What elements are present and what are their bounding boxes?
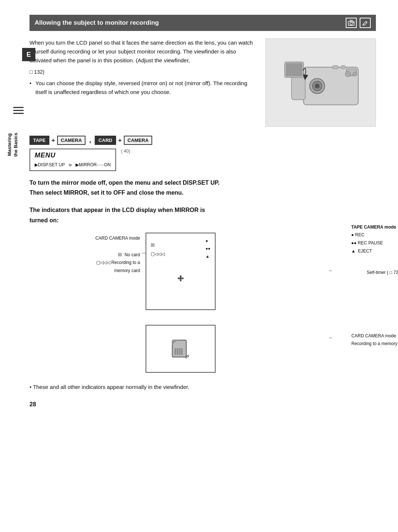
section-header: Allowing the subject to monitor recordin… xyxy=(29,15,376,31)
bullet-point: You can choose the display style, revers… xyxy=(29,79,254,97)
tape-indicator-eject: ▲ EJECT xyxy=(351,247,396,255)
svg-point-16 xyxy=(353,72,357,76)
lcd-bottom-container: ⇗ CARD CAMERA mode Recording to a memory… xyxy=(146,325,330,373)
instruction-line2: Then select MIRROR, set it to OFF and cl… xyxy=(29,188,376,198)
indicator-heading: The indicators that appear in the LCD di… xyxy=(29,205,376,225)
sidebar-decoration xyxy=(13,107,24,114)
svg-rect-11 xyxy=(286,63,303,76)
header-title: Allowing the subject to monitor recordin… xyxy=(35,19,159,27)
intro-paragraph: When you turn the LCD panel so that it f… xyxy=(29,38,254,65)
card-mode-label: CARD CAMERA mode xyxy=(66,236,140,241)
menu-arrow-disp: ▶DISP.SET UP xyxy=(35,162,65,167)
svg-rect-6 xyxy=(291,74,305,100)
svg-rect-2 xyxy=(350,20,352,21)
memory-card-icon: ⇗ xyxy=(171,337,191,360)
menu-arrow-mirror: ▶MIRROR······ON xyxy=(76,162,111,167)
lcd-inner-left: ☒ ▢◁◁◁ xyxy=(151,241,165,258)
card-mode-box: CARD xyxy=(95,136,116,145)
svg-rect-12 xyxy=(333,66,338,69)
self-timer-label: Self-timer ( □ 72) xyxy=(367,270,398,275)
camera-illustration xyxy=(265,38,376,127)
page-ref: □ 132) xyxy=(29,68,254,76)
self-timer-line xyxy=(329,271,332,271)
svg-point-15 xyxy=(345,71,351,77)
lcd-bottom-box: ⇗ xyxy=(146,325,216,373)
svg-point-1 xyxy=(350,22,353,25)
card-annotations: ☒ No card ▢◁◁◁ Recording to a memory car… xyxy=(66,251,140,275)
svg-rect-19 xyxy=(175,348,176,355)
svg-point-9 xyxy=(315,84,320,88)
plus-sign-2: + xyxy=(118,137,122,144)
tape-indicator-recpause: ●● REC PAUSE xyxy=(351,239,396,247)
svg-rect-22 xyxy=(181,348,183,355)
self-timer-icon: ✚ xyxy=(177,274,184,284)
tape-mode-box: TAPE xyxy=(29,136,49,145)
menu-label: MENU xyxy=(35,152,56,159)
menu-section: MENU ▶DISP.SET UP » ▶MIRROR······ON ( 40… xyxy=(29,149,376,171)
tape-mode-label: TAPE CAMERA mode xyxy=(351,223,396,232)
card-bottom-label-2: Recording to a memory card xyxy=(352,340,398,348)
header-icons xyxy=(346,18,371,28)
svg-rect-20 xyxy=(177,348,178,355)
camera-mode-box-2: CAMERA xyxy=(124,136,152,145)
main-content: When you turn the LCD panel so that it f… xyxy=(29,38,376,127)
svg-line-4 xyxy=(363,24,363,25)
connect-line-bottom xyxy=(329,338,332,338)
menu-nav-row: ▶DISP.SET UP » ▶MIRROR······ON xyxy=(35,161,111,168)
card-bottom-label-1: CARD CAMERA mode xyxy=(352,332,398,340)
svg-rect-13 xyxy=(341,66,345,69)
mode-row: TAPE + CAMERA , CARD + CAMERA xyxy=(29,136,376,145)
e-label: E xyxy=(22,48,35,61)
indicator-heading-line2: turned on: xyxy=(29,215,376,225)
tape-mode-annotations: TAPE CAMERA mode ● REC ●● REC PAUSE ▲ EJ… xyxy=(351,223,396,255)
card-bottom-labels: CARD CAMERA mode Recording to a memory c… xyxy=(352,332,398,348)
lcd-diagram: CARD CAMERA mode ☒ No card ▢◁◁◁ Recordin… xyxy=(64,233,341,373)
svg-text:⇗: ⇗ xyxy=(185,353,189,359)
card-annotation-2: ▢◁◁◁ Recording to a memory card xyxy=(66,259,140,275)
text-column: When you turn the LCD panel so that it f… xyxy=(29,38,254,127)
lcd-inner-right: ● ●● ▲ xyxy=(206,237,210,260)
comma-separator: , xyxy=(89,136,91,144)
camera-mode-box-1: CAMERA xyxy=(57,136,85,145)
bottom-note: These and all other indicators appear no… xyxy=(29,384,376,390)
double-arrow: » xyxy=(69,161,72,168)
lcd-top-box: ☒ ▢◁◁◁ ● ●● ▲ ✚ xyxy=(146,233,216,310)
instruction-text: To turn the mirror mode off, open the me… xyxy=(29,178,376,198)
indicator-heading-line1: The indicators that appear in the LCD di… xyxy=(29,205,376,215)
svg-rect-3 xyxy=(353,22,354,23)
svg-rect-21 xyxy=(179,348,181,355)
sidebar-label: Mastering the Basics xyxy=(7,133,18,157)
instruction-line1: To turn the mirror mode off, open the me… xyxy=(29,178,376,188)
pencil-icon xyxy=(360,18,371,28)
tape-indicator-rec: ● REC xyxy=(351,231,396,239)
camera-icon xyxy=(346,18,357,28)
page-number: 28 xyxy=(29,401,376,408)
menu-ref: ( 40) xyxy=(121,149,130,154)
card-annotation-1: ☒ No card xyxy=(66,251,140,259)
plus-sign-1: + xyxy=(52,137,55,144)
